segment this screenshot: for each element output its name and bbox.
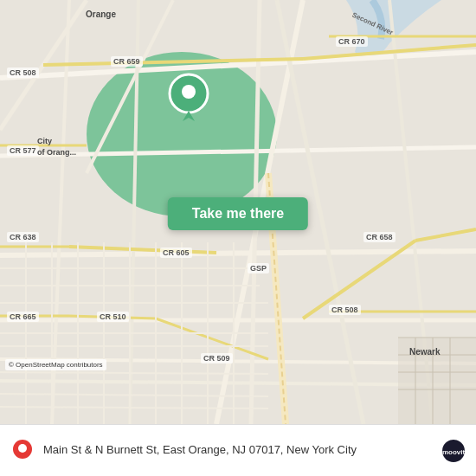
road-label-gsp: GSP bbox=[248, 263, 269, 273]
svg-point-56 bbox=[182, 85, 196, 99]
take-me-there-button[interactable]: Take me there bbox=[168, 197, 308, 230]
road-label-cr665: CR 665 bbox=[7, 312, 39, 322]
moovit-logo-icon: moovit bbox=[441, 439, 466, 463]
address-text: Main St & N Burnett St, East Orange, NJ … bbox=[43, 443, 433, 458]
osm-credit: © OpenStreetMap contributors bbox=[5, 359, 106, 370]
road-label-cr670: CR 670 bbox=[336, 36, 368, 47]
road-label-cr659: CR 659 bbox=[111, 56, 143, 67]
city-label-newark: Newark bbox=[407, 346, 443, 357]
map-container: CR 659 CR 670 CR 508 CR 577 CR 638 CR 60… bbox=[0, 0, 476, 424]
road-label-cr508-top: CR 508 bbox=[7, 68, 39, 78]
road-label-cr510: CR 510 bbox=[97, 312, 129, 322]
moovit-logo: moovit bbox=[441, 439, 466, 463]
svg-text:moovit: moovit bbox=[442, 448, 466, 456]
road-label-cr658: CR 658 bbox=[363, 232, 396, 242]
moovit-pin-icon bbox=[10, 439, 35, 463]
road-label-cr605: CR 605 bbox=[160, 248, 192, 258]
city-label-orange: Orange bbox=[83, 9, 119, 20]
road-label-cr509: CR 509 bbox=[201, 353, 233, 363]
svg-point-58 bbox=[18, 444, 27, 453]
city-label-city-of-orange: Cityof Orang... bbox=[35, 135, 79, 158]
road-label-cr508-bot: CR 508 bbox=[329, 305, 361, 315]
road-label-cr638: CR 638 bbox=[7, 232, 39, 242]
info-bar: Main St & N Burnett St, East Orange, NJ … bbox=[0, 424, 476, 476]
